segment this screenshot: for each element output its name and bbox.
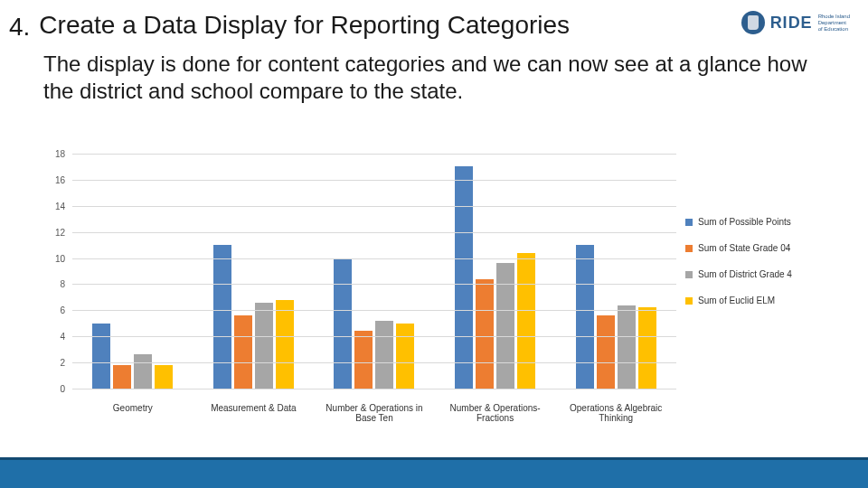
bar bbox=[375, 321, 393, 389]
bar bbox=[213, 245, 231, 389]
slide-footer-bar bbox=[0, 457, 868, 488]
bar bbox=[597, 315, 615, 389]
ride-sub2: Department bbox=[818, 20, 850, 26]
bar bbox=[455, 166, 473, 389]
bar bbox=[354, 331, 373, 389]
bar bbox=[638, 307, 656, 389]
bar bbox=[517, 253, 535, 389]
bar bbox=[255, 303, 273, 389]
bar bbox=[576, 245, 594, 389]
x-label: Geometry bbox=[72, 403, 193, 423]
y-tick: 0 bbox=[60, 384, 65, 394]
x-label: Operations & Algebraic Thinking bbox=[555, 403, 676, 423]
gridline bbox=[72, 310, 676, 311]
gridline bbox=[72, 258, 676, 259]
bar-group bbox=[435, 166, 556, 389]
legend-item: Sum of District Grade 4 bbox=[685, 269, 830, 279]
legend-label: Sum of District Grade 4 bbox=[698, 269, 792, 279]
ride-logo: RIDE Rhode Island Department of Educatio… bbox=[741, 11, 850, 34]
bar-group bbox=[72, 324, 193, 389]
y-tick: 2 bbox=[60, 358, 65, 368]
gridline bbox=[72, 362, 676, 363]
y-tick: 8 bbox=[60, 279, 65, 289]
bar-group bbox=[193, 245, 315, 389]
ride-state-icon bbox=[741, 11, 765, 34]
legend-label: Sum of Euclid ELM bbox=[698, 296, 775, 305]
y-tick: 12 bbox=[55, 227, 65, 237]
legend-label: Sum of State Grade 04 bbox=[698, 243, 790, 253]
legend-item: Sum of Possible Points bbox=[685, 217, 830, 227]
bar bbox=[276, 300, 294, 389]
gridline bbox=[72, 180, 676, 181]
gridline bbox=[72, 336, 676, 337]
x-label: Number & Operations in Base Ten bbox=[314, 403, 435, 423]
bar bbox=[134, 354, 152, 389]
bar-group bbox=[555, 245, 676, 389]
gridline bbox=[72, 389, 676, 389]
bar bbox=[92, 324, 110, 389]
bar bbox=[496, 263, 514, 389]
gridline bbox=[72, 284, 676, 285]
bar bbox=[334, 258, 352, 389]
ride-sub1: Rhode Island bbox=[818, 14, 850, 20]
legend-swatch bbox=[685, 219, 693, 226]
bar bbox=[113, 365, 131, 389]
bar bbox=[234, 315, 252, 389]
legend-item: Sum of Euclid ELM bbox=[685, 296, 830, 305]
y-tick: 10 bbox=[55, 253, 65, 263]
ride-sub3: of Education bbox=[818, 26, 850, 33]
bar-group bbox=[314, 258, 435, 389]
bar bbox=[396, 324, 414, 389]
y-tick: 16 bbox=[55, 174, 65, 184]
chart: 024681012141618 GeometryMeasurement & Da… bbox=[43, 154, 830, 434]
gridline bbox=[72, 154, 676, 155]
legend-swatch bbox=[685, 297, 693, 305]
bar bbox=[155, 365, 173, 389]
x-label: Number & Operations- Fractions bbox=[435, 403, 556, 423]
legend-label: Sum of Possible Points bbox=[698, 217, 791, 227]
y-tick: 6 bbox=[60, 305, 65, 315]
slide-description: The display is done for content categori… bbox=[0, 42, 868, 105]
legend-swatch bbox=[685, 245, 693, 252]
chart-legend: Sum of Possible PointsSum of State Grade… bbox=[676, 154, 830, 434]
slide-number: 4. bbox=[9, 13, 30, 42]
bar bbox=[618, 305, 636, 389]
gridline bbox=[72, 232, 676, 233]
x-label: Measurement & Data bbox=[193, 403, 315, 423]
slide-title: Create a Data Display for Reporting Cate… bbox=[39, 11, 570, 40]
y-tick: 18 bbox=[55, 149, 65, 159]
ride-logo-text: RIDE bbox=[770, 14, 813, 33]
legend-item: Sum of State Grade 04 bbox=[685, 243, 830, 253]
y-tick: 14 bbox=[55, 201, 65, 211]
bar bbox=[476, 279, 494, 389]
legend-swatch bbox=[685, 271, 693, 278]
y-tick: 4 bbox=[60, 332, 65, 342]
gridline bbox=[72, 206, 676, 207]
